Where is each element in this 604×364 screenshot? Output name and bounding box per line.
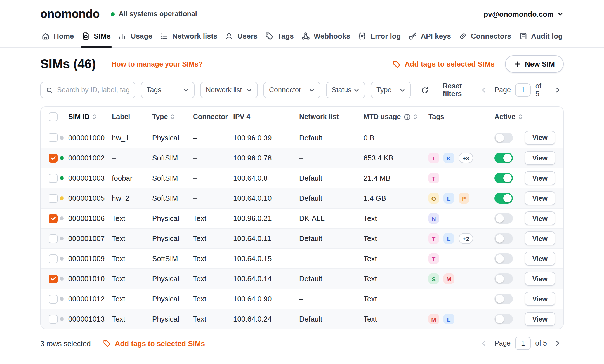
main-nav: HomeSIMsUsageNetwork listsUsersTagsWebho… (0, 26, 604, 48)
sim-ipv4: 100.96.0.21 (233, 214, 299, 223)
tag-chip: M (428, 314, 439, 324)
sim-mtd-usage: 0 B (364, 133, 428, 142)
sim-mtd-usage: Text (364, 295, 428, 303)
tab-network-lists[interactable]: Network lists (159, 26, 219, 47)
sim-connector: Text (193, 214, 233, 223)
status-dot (60, 136, 64, 140)
row-checkbox[interactable] (49, 274, 58, 283)
sim-network-list: Default (299, 315, 364, 323)
sim-network-list: Default (299, 234, 364, 243)
select-label: Tags (147, 86, 161, 94)
sort-icon (413, 114, 417, 120)
sim-network-list: Default (299, 133, 364, 142)
view-button[interactable]: View (525, 151, 555, 165)
column-header-network-list: Network list (299, 113, 364, 121)
table-header: SIM ID Label Type Connector IPV 4 Networ… (41, 107, 563, 127)
view-button[interactable]: View (525, 272, 555, 286)
sim-type: Physical (152, 275, 193, 283)
row-checkbox[interactable] (49, 294, 58, 303)
active-toggle[interactable] (494, 173, 513, 183)
account-menu[interactable]: pv@onomondo.com (483, 10, 564, 18)
view-button[interactable]: View (525, 211, 555, 225)
tab-webhooks[interactable]: Webhooks (300, 26, 351, 47)
filter-dropdowns: TagsNetwork listConnectorStatusType (141, 82, 411, 98)
tag-overflow-chip[interactable]: +3 (459, 153, 473, 163)
active-toggle[interactable] (494, 253, 513, 264)
view-button[interactable]: View (525, 231, 555, 245)
info-icon[interactable] (404, 114, 410, 120)
sim-label: Text (112, 315, 152, 323)
help-link[interactable]: How to manage your SIMs? (111, 60, 202, 68)
prev-page-button[interactable] (478, 84, 490, 96)
tab-audit-log[interactable]: Audit log (518, 26, 564, 47)
active-toggle[interactable] (494, 153, 513, 163)
sim-label: Text (112, 214, 152, 223)
row-checkbox[interactable] (49, 133, 58, 142)
topbar: onomondo All systems operational pv@onom… (0, 0, 604, 26)
column-header-mtd-usage[interactable]: MTD usage (364, 113, 428, 121)
tab-usage[interactable]: Usage (117, 26, 154, 47)
connector-filter-select[interactable]: Connector (263, 82, 320, 98)
row-checkbox[interactable] (49, 174, 58, 183)
next-page-button[interactable] (551, 337, 564, 349)
column-header-sim-id[interactable]: SIM ID (68, 113, 112, 121)
view-button[interactable]: View (525, 292, 555, 306)
active-toggle[interactable] (494, 294, 513, 304)
sim-tags: TL+2 (428, 233, 494, 244)
active-toggle[interactable] (494, 132, 513, 143)
view-button[interactable]: View (525, 131, 555, 145)
sim-connector: Text (193, 295, 233, 303)
search-input[interactable] (57, 86, 130, 94)
type-filter-select[interactable]: Type (371, 82, 411, 98)
pagination-bottom: Page of 5 (478, 337, 564, 350)
add-tags-link-top[interactable]: Add tags to selected SIMs (393, 60, 495, 68)
new-sim-button[interactable]: New SIM (505, 55, 564, 73)
page-input[interactable] (515, 337, 531, 350)
tab-error-log[interactable]: Error log (357, 26, 402, 47)
next-page-button[interactable] (551, 84, 564, 96)
tab-users[interactable]: Users (224, 26, 259, 47)
row-checkbox[interactable] (49, 234, 58, 243)
view-button[interactable]: View (525, 312, 555, 326)
sim-connector: Text (193, 315, 233, 323)
footer-row: 3 rows selected Add tags to selected SIM… (40, 337, 564, 350)
tab-tags[interactable]: Tags (264, 26, 295, 47)
tab-home[interactable]: Home (40, 26, 75, 47)
tab-sims[interactable]: SIMs (80, 26, 112, 47)
view-button[interactable]: View (525, 191, 555, 205)
column-header-type[interactable]: Type (152, 113, 193, 121)
error-log-icon (358, 32, 366, 40)
reset-filters-button[interactable]: Reset filters (421, 82, 472, 98)
status-filter-select[interactable]: Status (326, 82, 365, 98)
row-checkbox[interactable] (49, 214, 58, 223)
prev-page-button[interactable] (478, 337, 490, 349)
tag-chip: T (428, 233, 439, 244)
select-all-checkbox[interactable] (49, 112, 58, 121)
active-toggle[interactable] (494, 193, 513, 204)
active-toggle[interactable] (494, 314, 513, 324)
active-toggle[interactable] (494, 273, 513, 284)
sim-tags: T (428, 253, 494, 264)
active-toggle[interactable] (494, 233, 513, 244)
column-header-active[interactable]: Active (494, 113, 535, 121)
add-tags-link-bottom[interactable]: Add tags to selected SIMs (103, 339, 205, 348)
row-checkbox[interactable] (49, 194, 58, 203)
tab-label: SIMs (94, 32, 111, 40)
tag-overflow-chip[interactable]: +2 (459, 233, 473, 244)
tab-api-keys[interactable]: API keys (407, 26, 452, 47)
sim-label: Text (112, 254, 152, 263)
page-input[interactable] (515, 83, 531, 97)
tab-connectors[interactable]: Connectors (457, 26, 512, 47)
sim-network-list: Default (299, 275, 364, 283)
sort-icon (171, 114, 175, 120)
network-list-filter-select[interactable]: Network list (200, 82, 258, 98)
tags-filter-select[interactable]: Tags (141, 82, 195, 98)
logo[interactable]: onomondo (40, 7, 100, 21)
view-button[interactable]: View (525, 171, 555, 185)
sim-tags: T (428, 173, 494, 183)
row-checkbox[interactable] (49, 153, 58, 162)
active-toggle[interactable] (494, 213, 513, 224)
row-checkbox[interactable] (49, 254, 58, 263)
view-button[interactable]: View (525, 252, 555, 266)
row-checkbox[interactable] (49, 315, 58, 323)
